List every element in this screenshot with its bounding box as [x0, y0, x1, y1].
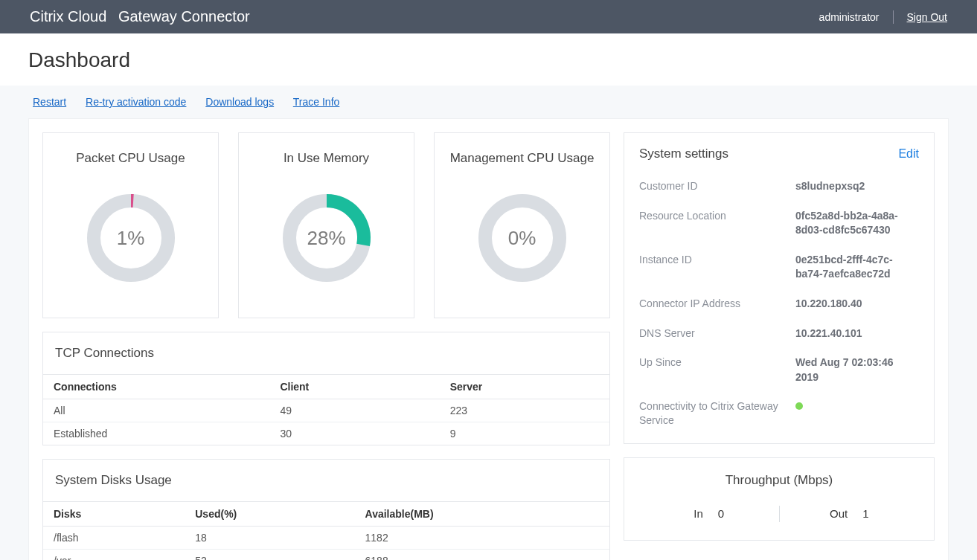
packet-cpu-title: Packet CPU Usage — [51, 151, 211, 166]
sign-out-link[interactable]: Sign Out — [907, 11, 947, 23]
restart-link[interactable]: Restart — [33, 96, 66, 108]
retry-activation-link[interactable]: Re-try activation code — [86, 96, 186, 108]
tcp-panel: TCP Connections Connections Client Serve… — [42, 332, 610, 445]
content-area: Packet CPU Usage 1% In Use Memory 28% Ma… — [28, 118, 949, 560]
mgmt-cpu-value: 0% — [508, 227, 536, 250]
disk-cell: /var — [43, 550, 185, 561]
throughput-out-value: 1 — [862, 507, 868, 520]
throughput-out-cell: Out 1 — [780, 507, 920, 520]
kv-value — [795, 399, 919, 426]
table-row: /flash 18 1182 — [43, 527, 609, 550]
throughput-in-cell: In 0 — [639, 507, 779, 520]
mgmt-cpu-gauge-card: Management CPU Usage 0% — [434, 132, 610, 318]
throughput-in-label: In — [693, 507, 703, 520]
download-logs-link[interactable]: Download logs — [205, 96, 274, 108]
disks-panel: System Disks Usage Disks Used(%) Availab… — [42, 459, 610, 560]
table-row: /var 52 6188 — [43, 550, 609, 561]
throughput-panel: Throughput (Mbps) In 0 Out 1 — [624, 457, 935, 541]
kv-value: 10.221.40.101 — [795, 326, 919, 341]
kv-value: s8ludnepxsq2 — [795, 179, 919, 194]
right-column: System settings Edit Customer ID s8ludne… — [624, 132, 935, 541]
memory-gauge-card: In Use Memory 28% — [238, 132, 414, 318]
topbar-divider — [893, 10, 894, 24]
tcp-col-server: Server — [440, 375, 609, 399]
table-row: All 49 223 — [43, 399, 609, 422]
kv-key: Resource Location — [639, 209, 788, 238]
mgmt-cpu-gauge: 0% — [474, 190, 571, 286]
disks-title: System Disks Usage — [43, 460, 609, 501]
kv-key: Connectivity to Citrix Gateway Service — [639, 399, 788, 426]
status-dot-icon — [795, 402, 803, 410]
left-column: Packet CPU Usage 1% In Use Memory 28% Ma… — [42, 132, 610, 560]
kv-value: 0e251bcd-2fff-4c7c-ba74-7aefca8ec72d — [795, 253, 919, 282]
throughput-title: Throughput (Mbps) — [639, 473, 919, 488]
throughput-in-value: 0 — [718, 507, 724, 520]
trace-info-link[interactable]: Trace Info — [293, 96, 340, 108]
disks-table: Disks Used(%) Available(MB) /flash 18 11… — [43, 501, 609, 560]
system-settings-panel: System settings Edit Customer ID s8ludne… — [624, 132, 935, 444]
tcp-cell: Established — [43, 422, 269, 445]
disk-cell: 52 — [185, 550, 354, 561]
disk-cell: 6188 — [355, 550, 609, 561]
packet-cpu-value: 1% — [117, 227, 145, 250]
top-right: administrator Sign Out — [819, 10, 947, 24]
kv-key: DNS Server — [639, 326, 788, 341]
settings-title: System settings — [639, 147, 728, 161]
kv-row: Connector IP Address 10.220.180.40 — [639, 297, 919, 312]
tcp-cell: All — [43, 399, 269, 422]
disks-col-avail: Available(MB) — [355, 502, 609, 527]
kv-key: Instance ID — [639, 253, 788, 282]
table-row: Established 30 9 — [43, 422, 609, 445]
tcp-cell: 30 — [269, 422, 439, 445]
kv-key: Connector IP Address — [639, 297, 788, 312]
tcp-col-client: Client — [269, 375, 439, 399]
brand-main: Citrix Cloud — [30, 8, 106, 25]
kv-key: Up Since — [639, 355, 788, 384]
link-bar: Restart Re-try activation code Download … — [0, 86, 977, 118]
disks-col-used: Used(%) — [185, 502, 354, 527]
kv-key: Customer ID — [639, 179, 788, 194]
kv-value: 10.220.180.40 — [795, 297, 919, 312]
memory-gauge: 28% — [278, 190, 375, 286]
memory-title: In Use Memory — [246, 151, 406, 166]
page-title: Dashboard — [0, 33, 977, 86]
kv-row: Instance ID 0e251bcd-2fff-4c7c-ba74-7aef… — [639, 253, 919, 282]
kv-value: 0fc52a8d-bb2a-4a8a-8d03-cd8fc5c67430 — [795, 209, 919, 238]
throughput-row: In 0 Out 1 — [639, 506, 919, 522]
kv-row: Up Since Wed Aug 7 02:03:46 2019 — [639, 355, 919, 384]
user-label: administrator — [819, 11, 880, 23]
brand-sub: Gateway Connector — [118, 8, 250, 25]
disk-cell: 1182 — [355, 527, 609, 550]
brand: Citrix Cloud Gateway Connector — [30, 8, 250, 25]
disks-col-name: Disks — [43, 502, 185, 527]
throughput-out-label: Out — [830, 507, 848, 520]
packet-cpu-gauge-card: Packet CPU Usage 1% — [42, 132, 219, 318]
memory-value: 28% — [307, 227, 345, 250]
disk-cell: /flash — [43, 527, 185, 550]
tcp-title: TCP Connections — [43, 332, 609, 374]
mgmt-cpu-title: Management CPU Usage — [442, 151, 602, 166]
kv-row: Customer ID s8ludnepxsq2 — [639, 179, 919, 194]
tcp-table: Connections Client Server All 49 223 Est… — [43, 374, 609, 445]
kv-row: Resource Location 0fc52a8d-bb2a-4a8a-8d0… — [639, 209, 919, 238]
edit-settings-link[interactable]: Edit — [898, 147, 919, 161]
disk-cell: 18 — [185, 527, 354, 550]
kv-row: Connectivity to Citrix Gateway Service — [639, 399, 919, 426]
gauges-row: Packet CPU Usage 1% In Use Memory 28% Ma… — [42, 132, 610, 318]
kv-row: DNS Server 10.221.40.101 — [639, 326, 919, 341]
tcp-cell: 49 — [269, 399, 439, 422]
top-bar: Citrix Cloud Gateway Connector administr… — [0, 0, 977, 33]
tcp-cell: 9 — [440, 422, 609, 445]
tcp-cell: 223 — [440, 399, 609, 422]
packet-cpu-gauge: 1% — [83, 190, 179, 286]
tcp-col-connections: Connections — [43, 375, 269, 399]
kv-value: Wed Aug 7 02:03:46 2019 — [795, 355, 919, 384]
